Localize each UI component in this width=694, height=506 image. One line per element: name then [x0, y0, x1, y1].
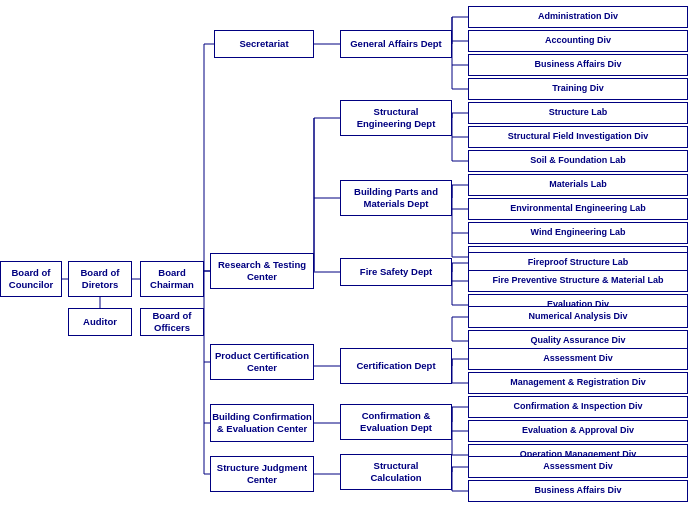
auditor: Auditor	[68, 308, 132, 336]
fire-preventive: Fire Preventive Structure & Material Lab	[468, 270, 688, 292]
admin-div: Administration Div	[468, 6, 688, 28]
training-div: Training Div	[468, 78, 688, 100]
product-cert: Product Certification Center	[210, 344, 314, 380]
business-affairs-div2: Business Affairs Div	[468, 480, 688, 502]
confirmation-inspection: Confirmation & Inspection Div	[468, 396, 688, 418]
fire-safety: Fire Safety Dept	[340, 258, 452, 286]
structural-calc: Structural Calculation	[340, 454, 452, 490]
board-directors: Board of Diretors	[68, 261, 132, 297]
research-testing: Research & Testing Center	[210, 253, 314, 289]
board-officers: Board of Officers	[140, 308, 204, 336]
org-chart: line, polyline, path { stroke: #000080; …	[0, 0, 694, 506]
environmental-eng: Environmental Engineering Lab	[468, 198, 688, 220]
confirmation-eval: Confirmation & Evaluation Dept	[340, 404, 452, 440]
business-affairs-div: Business Affairs Div	[468, 54, 688, 76]
general-affairs: General Affairs Dept	[340, 30, 452, 58]
numerical-analysis: Numerical Analysis Div	[468, 306, 688, 328]
board-councilor: Board of Councilor	[0, 261, 62, 297]
building-confirm: Building Confirmation & Evaluation Cente…	[210, 404, 314, 442]
structure-judgment: Structure Judgment Center	[210, 456, 314, 492]
building-parts: Building Parts and Materials Dept	[340, 180, 452, 216]
soil-foundation: Soil & Foundation Lab	[468, 150, 688, 172]
eval-approval: Evaluation & Approval Div	[468, 420, 688, 442]
materials-lab: Materials Lab	[468, 174, 688, 196]
certification-dept: Certification Dept	[340, 348, 452, 384]
board-chairman: Board Chairman	[140, 261, 204, 297]
management-registration: Management & Registration Div	[468, 372, 688, 394]
accounting-div: Accounting Div	[468, 30, 688, 52]
assessment-div-struct: Assessment Div	[468, 456, 688, 478]
structural-eng: Structural Engineering Dept	[340, 100, 452, 136]
secretariat: Secretariat	[214, 30, 314, 58]
structure-lab: Structure Lab	[468, 102, 688, 124]
structural-field-inv: Structural Field Investigation Div	[468, 126, 688, 148]
assessment-div-cert: Assessment Div	[468, 348, 688, 370]
wind-eng: Wind Engineering Lab	[468, 222, 688, 244]
